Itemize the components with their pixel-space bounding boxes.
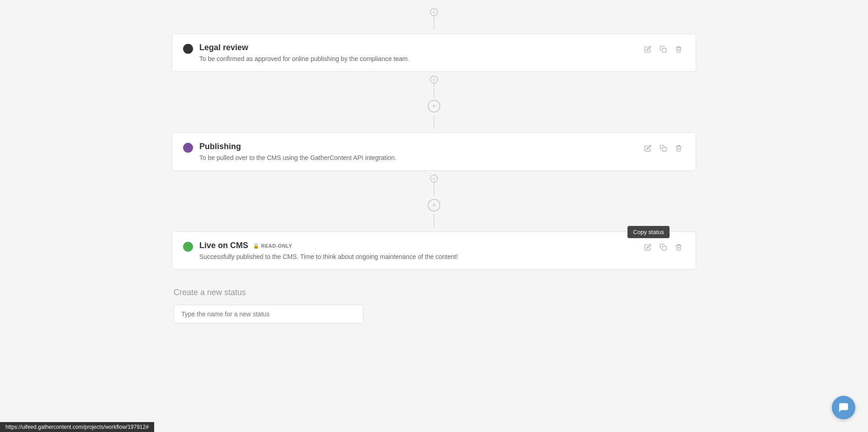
status-description: To be confirmed as approved for online p… [199,55,634,62]
read-only-text: READ-ONLY [261,243,292,249]
chat-icon [838,402,849,413]
create-status-section: Create a new status [172,288,696,324]
delete-status-button-publishing[interactable] [672,142,685,155]
edit-status-button-live[interactable] [642,241,654,254]
copy-status-button[interactable] [657,43,670,56]
status-card-body-live: Live on CMS 🔒 READ-ONLY Successfully pub… [199,241,634,260]
status-card-actions-publishing [642,142,685,155]
connector-1: + + [172,72,696,132]
connector-line-1 [434,84,434,97]
connector-line-2b [434,214,434,228]
status-description: Successfully published to the CMS. Time … [199,253,634,260]
svg-rect-0 [662,48,666,52]
browser-status-bar: https://uifeed.gathercontent.com/project… [0,422,154,432]
create-status-input[interactable] [174,305,363,324]
connector-circle-top: + [430,8,438,16]
edit-status-button-publishing[interactable] [642,142,654,155]
connector-circle-2: + [430,174,438,183]
status-dot-publishing [183,143,193,153]
add-status-button-2[interactable]: + [428,199,440,211]
connector-2: + + [172,171,696,231]
top-connector: + [172,5,696,33]
status-name: Publishing [199,142,241,151]
svg-rect-1 [662,147,666,151]
svg-rect-2 [662,246,666,250]
lock-icon: 🔒 [253,243,260,249]
create-status-title: Create a new status [174,288,696,297]
status-card-live-on-cms: Live on CMS 🔒 READ-ONLY Successfully pub… [172,231,696,270]
copy-status-button-live[interactable] [657,241,670,254]
status-name: Live on CMS [199,241,248,250]
connector-line-2 [434,183,434,196]
status-card-body: Legal review To be confirmed as approved… [199,43,634,62]
status-bar-url: https://uifeed.gathercontent.com/project… [5,424,149,430]
edit-status-button[interactable] [642,43,654,56]
status-title-publishing: Publishing [199,142,634,151]
status-card-body-publishing: Publishing To be pulled over to the CMS … [199,142,634,161]
status-card-actions-legal-review [642,43,685,56]
copy-button-container: Copy status [657,241,670,254]
status-title-live: Live on CMS 🔒 READ-ONLY [199,241,634,250]
status-card-publishing: Publishing To be pulled over to the CMS … [172,132,696,171]
status-card-actions-live: Copy status [642,241,685,254]
status-description: To be pulled over to the CMS using the G… [199,154,634,161]
connector-line-1b [434,115,434,129]
connector-circle-1: + [430,75,438,84]
chat-button[interactable] [832,396,855,419]
connector-line [434,16,434,30]
workflow-content: + Legal review To be confirmed as approv… [145,0,723,333]
status-dot-legal-review [183,44,193,54]
delete-status-button-live[interactable] [672,241,685,254]
copy-status-button-publishing[interactable] [657,142,670,155]
delete-status-button[interactable] [672,43,685,56]
status-dot-live-on-cms [183,242,193,252]
read-only-badge: 🔒 READ-ONLY [253,243,292,249]
status-title-legal-review: Legal review [199,43,634,52]
status-name: Legal review [199,43,248,52]
status-card-legal-review: Legal review To be confirmed as approved… [172,33,696,72]
add-status-button-1[interactable]: + [428,100,440,113]
